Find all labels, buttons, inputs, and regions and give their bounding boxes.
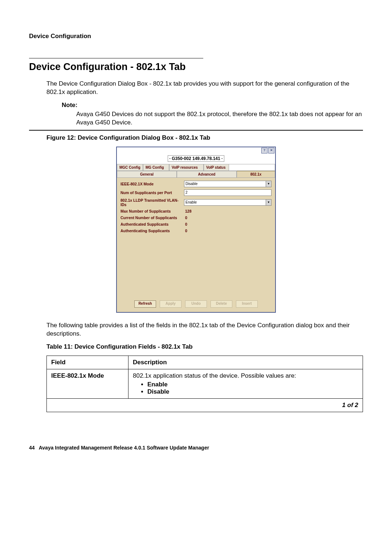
dropdown-lldp-value: Enable	[185, 200, 197, 204]
device-label: · G350-002 149.49.78.141 ·	[117, 155, 275, 164]
section-header: Device Configuration	[29, 33, 363, 40]
th-desc: Description	[128, 356, 363, 369]
label-lldp: 802.1x LLDP Transmitted VLAN-IDs	[121, 198, 184, 207]
tab-mgc-config[interactable]: MGC Config	[117, 164, 143, 171]
dropdown-lldp[interactable]: Enable ▼	[184, 199, 271, 206]
value-max-supp: 128	[184, 209, 271, 213]
cell-desc-0-text: 802.1x application status of the device.…	[133, 372, 296, 379]
post-figure-paragraph: The following table provides a list of t…	[46, 321, 363, 338]
tab-voip-status[interactable]: VoIP status	[204, 164, 229, 171]
dropdown-mode[interactable]: Disable ▼	[184, 181, 271, 187]
input-num-supp[interactable]: 2	[184, 189, 271, 196]
chevron-down-icon: ▼	[266, 181, 271, 187]
tab-advanced[interactable]: Advanced	[177, 171, 237, 178]
label-authd-supp: Authenticated Supplicants	[121, 222, 184, 226]
rule-top	[29, 58, 203, 58]
footer-doc-title: Avaya Integrated Management Release 4.0.…	[39, 445, 209, 451]
undo-button[interactable]: Undo	[185, 300, 207, 308]
label-num-supp: Num of Supplicants per Port	[121, 190, 184, 195]
note-label: Note:	[62, 102, 363, 109]
table-caption: Table 11: Device Configuration Fields - …	[46, 343, 363, 350]
delete-button[interactable]: Delete	[211, 300, 232, 308]
th-field: Field	[47, 356, 128, 369]
config-dialog: ? ✕ · G350-002 149.49.78.141 · MGC Confi…	[116, 147, 276, 313]
label-authing-supp: Authenticating Supplicants	[121, 229, 184, 233]
dropdown-mode-value: Disable	[185, 182, 197, 186]
device-label-text: · G350-002 149.49.78.141 ·	[168, 155, 225, 162]
figure-caption: Figure 12: Device Configuration Dialog B…	[46, 134, 363, 141]
rule-full	[29, 130, 363, 131]
tabs: MGC Config MG Config VoIP resources VoIP…	[117, 164, 275, 178]
note-text: Avaya G450 Devices do not support the 80…	[76, 110, 363, 127]
tab-8021x[interactable]: 802.1x	[237, 171, 275, 178]
apply-button[interactable]: Apply	[160, 300, 181, 308]
label-cur-supp: Current Number of Supplicants	[121, 216, 184, 220]
chevron-down-icon: ▼	[266, 200, 271, 205]
label-max-supp: Max Number of Supplicants	[121, 209, 184, 213]
help-icon[interactable]: ?	[261, 148, 268, 153]
refresh-button[interactable]: Refresh	[134, 300, 156, 308]
cell-field-0: IEEE-802.1x Mode	[47, 369, 128, 398]
page-footer: 44 Avaya Integrated Management Release 4…	[29, 445, 363, 451]
value-authing-supp: 0	[184, 229, 271, 233]
bullet-disable: Disable	[147, 388, 358, 395]
tab-general[interactable]: General	[117, 171, 177, 178]
insert-button[interactable]: Insert	[236, 300, 258, 308]
label-mode: IEEE-802.1X Mode	[121, 182, 184, 186]
intro-paragraph: The Device Configuration Dialog Box - 80…	[46, 80, 363, 97]
footer-page-number: 44	[29, 445, 35, 451]
tab-mg-config[interactable]: MG Config	[143, 164, 169, 171]
table-row: IEEE-802.1x Mode 802.1x application stat…	[47, 369, 363, 398]
input-num-supp-value: 2	[185, 190, 188, 194]
button-row: Refresh Apply Undo Delete Insert	[121, 298, 271, 308]
fields-table: Field Description IEEE-802.1x Mode 802.1…	[46, 356, 363, 399]
form-area: IEEE-802.1X Mode Disable ▼ Num of Suppli…	[117, 178, 275, 312]
tab-voip-resources[interactable]: VoIP resources	[169, 164, 204, 171]
page-title: Device Configuration - 802.1x Tab	[29, 61, 363, 73]
bullet-enable: Enable	[147, 381, 358, 388]
value-cur-supp: 0	[184, 216, 271, 220]
tab-spacer	[229, 164, 275, 171]
cell-desc-0: 802.1x application status of the device.…	[128, 369, 363, 398]
close-icon[interactable]: ✕	[268, 148, 274, 153]
table-pagination: 1 of 2	[46, 399, 363, 412]
dialog-titlebar: ? ✕	[117, 147, 275, 155]
value-authd-supp: 0	[184, 222, 271, 226]
